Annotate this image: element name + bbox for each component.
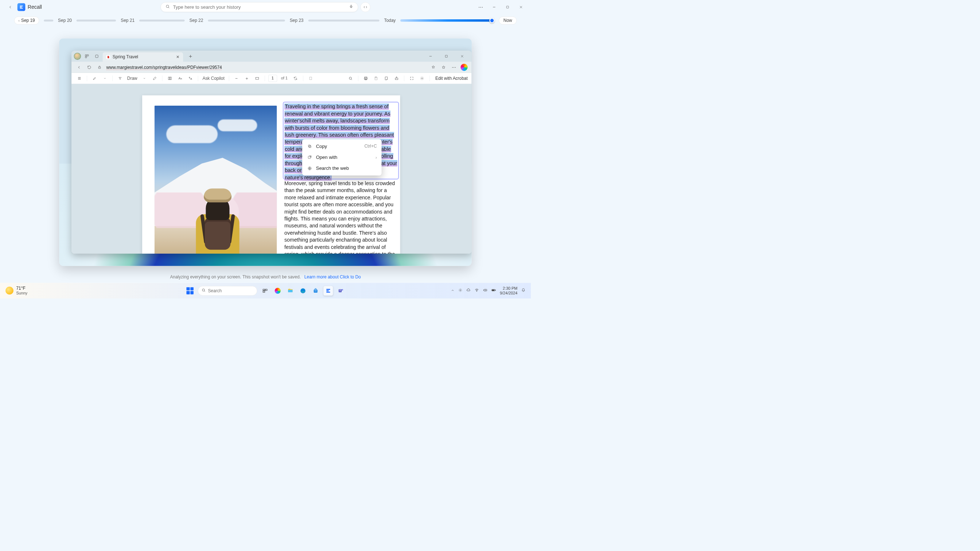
browser-minimize-icon[interactable] <box>426 52 434 60</box>
history-search-box[interactable] <box>161 2 358 12</box>
volume-icon[interactable] <box>483 288 487 293</box>
svg-rect-10 <box>170 77 171 79</box>
timeline-segment[interactable] <box>139 20 185 22</box>
svg-point-36 <box>477 291 477 291</box>
taskbar-search-input[interactable] <box>208 288 262 293</box>
paragraph-body[interactable]: Moreover, spring travel tends to be less… <box>285 179 398 254</box>
page-number-input[interactable] <box>268 75 277 82</box>
url-text[interactable]: www.margiestravel.com/springtravelideas/… <box>106 65 426 70</box>
weather-widget[interactable]: 71°F Sunny <box>5 286 27 295</box>
taskbar-search[interactable] <box>198 286 258 295</box>
svg-rect-2 <box>506 6 509 8</box>
browser-close-icon[interactable] <box>458 52 466 60</box>
timeline-segment[interactable] <box>208 20 285 22</box>
svg-rect-4 <box>87 55 89 56</box>
fullscreen-icon[interactable] <box>408 75 416 83</box>
zoom-in-icon[interactable]: ＋ <box>243 75 251 83</box>
svg-rect-5 <box>85 57 87 58</box>
context-menu-copy[interactable]: Copy Ctrl+C <box>302 141 382 152</box>
teams-icon[interactable]: T <box>336 286 345 295</box>
file-explorer-icon[interactable] <box>285 286 295 295</box>
footer-text: Analyzing everything on your screen. Thi… <box>170 275 301 279</box>
save-icon[interactable] <box>372 75 380 83</box>
svg-rect-1 <box>351 5 352 7</box>
timeline-today-bar[interactable] <box>400 19 494 22</box>
chevron-down-icon[interactable] <box>140 75 148 83</box>
profile-avatar[interactable] <box>74 53 81 60</box>
site-info-icon[interactable] <box>96 64 103 71</box>
timeline-start-pill[interactable]: ‹ Sep 19 <box>14 17 39 25</box>
svg-rect-29 <box>314 289 318 292</box>
pdf-favicon-icon <box>106 55 110 59</box>
timeline-segment[interactable] <box>308 20 379 22</box>
context-menu-open-with[interactable]: Open with › <box>302 152 382 163</box>
timeline-segment[interactable] <box>44 20 53 22</box>
fit-width-icon[interactable] <box>253 75 261 83</box>
start-button[interactable] <box>185 286 195 295</box>
tab-actions-icon[interactable] <box>93 52 101 60</box>
browser-tab[interactable]: Spring Travel ✕ <box>103 52 183 62</box>
maximize-icon[interactable] <box>504 4 511 11</box>
notifications-icon[interactable] <box>521 288 525 293</box>
timeline-segment[interactable] <box>76 20 116 22</box>
nav-back-icon[interactable] <box>75 64 83 71</box>
battery-icon[interactable] <box>491 288 496 294</box>
microphone-icon[interactable] <box>349 5 353 10</box>
page-view-icon[interactable] <box>307 75 315 83</box>
browser-more-icon[interactable]: ⋯ <box>450 64 458 71</box>
edit-with-acrobat[interactable]: Edit with Acrobat <box>435 76 468 81</box>
history-search-input[interactable] <box>173 5 349 10</box>
browser-maximize-icon[interactable] <box>442 52 450 60</box>
find-icon[interactable] <box>347 75 355 83</box>
text-size-icon[interactable] <box>176 75 184 83</box>
print-icon[interactable] <box>362 75 370 83</box>
favorite-icon[interactable] <box>440 64 447 71</box>
back-button[interactable] <box>6 3 14 11</box>
weather-temp: 71°F <box>16 286 27 291</box>
snapshot-card: Spring Travel ✕ ＋ www.margiestravel.com/… <box>59 39 472 266</box>
timeline-thumb[interactable] <box>489 18 495 23</box>
contents-icon[interactable] <box>75 75 83 83</box>
shopping-icon[interactable] <box>430 64 437 71</box>
recall-taskbar-icon[interactable] <box>323 286 333 295</box>
svg-rect-3 <box>85 55 87 56</box>
now-button[interactable]: Now <box>499 17 517 25</box>
share-icon[interactable] <box>393 75 401 83</box>
highlight-icon[interactable] <box>91 75 99 83</box>
context-menu-search-web[interactable]: Search the web <box>302 163 382 174</box>
draw-label[interactable]: Draw <box>127 76 137 81</box>
workspaces-icon[interactable] <box>83 52 91 60</box>
erase-icon[interactable] <box>151 75 159 83</box>
close-icon[interactable] <box>517 4 525 11</box>
refresh-icon[interactable] <box>86 64 93 71</box>
settings-icon[interactable] <box>418 75 426 83</box>
svg-point-0 <box>166 5 169 8</box>
taskbar-clock[interactable]: 2:30 PM 9/24/2024 <box>500 286 517 295</box>
translate-icon[interactable] <box>187 75 195 83</box>
onedrive-icon[interactable] <box>466 288 471 293</box>
recall-logo-icon <box>18 3 25 11</box>
tab-close-icon[interactable]: ✕ <box>176 55 180 59</box>
task-view-icon[interactable] <box>260 286 270 295</box>
tray-settings-icon[interactable] <box>458 288 462 293</box>
tray-chevron-up-icon[interactable] <box>451 288 455 293</box>
more-icon[interactable]: ⋯ <box>477 4 485 11</box>
rotate-icon[interactable] <box>292 75 300 83</box>
context-searchweb-label: Search the web <box>316 165 349 171</box>
filter-icon[interactable] <box>116 75 124 83</box>
chevron-down-icon[interactable] <box>101 75 109 83</box>
windows-logo-icon <box>186 287 194 294</box>
expand-search-button[interactable] <box>361 2 371 12</box>
two-page-icon[interactable] <box>166 75 174 83</box>
add-note-icon[interactable] <box>382 75 390 83</box>
wifi-icon[interactable] <box>475 288 479 293</box>
copilot-icon[interactable] <box>460 64 468 71</box>
edge-icon[interactable] <box>298 286 308 295</box>
new-tab-button[interactable]: ＋ <box>187 52 195 60</box>
copilot-taskbar-icon[interactable] <box>273 286 283 295</box>
minimize-icon[interactable] <box>491 4 498 11</box>
footer-link[interactable]: Learn more about Click to Do <box>304 275 361 279</box>
store-icon[interactable] <box>311 286 320 295</box>
zoom-out-icon[interactable]: − <box>232 75 240 83</box>
ask-copilot-label[interactable]: Ask Copilot <box>202 76 224 81</box>
